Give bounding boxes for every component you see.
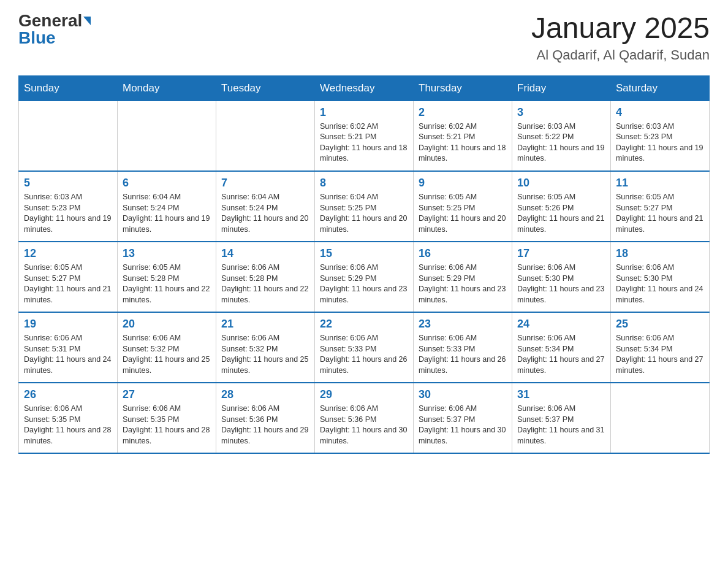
day-info: Sunrise: 6:05 AMSunset: 5:27 PMDaylight:… — [616, 192, 704, 235]
day-cell: 7Sunrise: 6:04 AMSunset: 5:24 PMDaylight… — [216, 171, 315, 242]
day-info: Sunrise: 6:04 AMSunset: 5:25 PMDaylight:… — [320, 192, 408, 235]
day-number: 25 — [616, 318, 704, 331]
day-cell: 2Sunrise: 6:02 AMSunset: 5:21 PMDaylight… — [414, 101, 512, 171]
day-cell: 26Sunrise: 6:06 AMSunset: 5:35 PMDayligh… — [19, 383, 118, 453]
calendar-table: SundayMondayTuesdayWednesdayThursdayFrid… — [18, 75, 710, 454]
day-info: Sunrise: 6:06 AMSunset: 5:36 PMDaylight:… — [320, 404, 408, 446]
day-info: Sunrise: 6:06 AMSunset: 5:36 PMDaylight:… — [221, 404, 309, 446]
day-number: 19 — [24, 318, 112, 331]
day-info: Sunrise: 6:06 AMSunset: 5:34 PMDaylight:… — [616, 333, 704, 376]
logo-arrow-icon — [83, 17, 91, 25]
header-cell-thursday: Thursday — [414, 75, 512, 101]
day-cell: 8Sunrise: 6:04 AMSunset: 5:25 PMDaylight… — [315, 171, 414, 242]
day-cell: 5Sunrise: 6:03 AMSunset: 5:23 PMDaylight… — [19, 171, 118, 242]
day-number: 22 — [320, 318, 408, 331]
day-info: Sunrise: 6:04 AMSunset: 5:24 PMDaylight:… — [221, 192, 309, 235]
calendar-header: SundayMondayTuesdayWednesdayThursdayFrid… — [19, 75, 710, 101]
day-cell: 4Sunrise: 6:03 AMSunset: 5:23 PMDaylight… — [611, 101, 710, 171]
week-row-4: 19Sunrise: 6:06 AMSunset: 5:31 PMDayligh… — [19, 312, 710, 383]
logo: General Blue — [18, 12, 91, 47]
day-cell: 31Sunrise: 6:06 AMSunset: 5:37 PMDayligh… — [512, 383, 611, 453]
day-number: 18 — [616, 247, 704, 260]
day-info: Sunrise: 6:06 AMSunset: 5:29 PMDaylight:… — [320, 262, 408, 305]
day-info: Sunrise: 6:06 AMSunset: 5:28 PMDaylight:… — [221, 262, 309, 305]
page-header: General Blue January 2025 Al Qadarif, Al… — [18, 12, 710, 63]
header-cell-sunday: Sunday — [19, 75, 118, 101]
header-cell-tuesday: Tuesday — [216, 75, 315, 101]
logo-general-text: General — [18, 12, 82, 29]
day-cell — [216, 101, 315, 171]
day-cell: 30Sunrise: 6:06 AMSunset: 5:37 PMDayligh… — [414, 383, 512, 453]
day-info: Sunrise: 6:04 AMSunset: 5:24 PMDaylight:… — [123, 192, 211, 235]
day-info: Sunrise: 6:06 AMSunset: 5:32 PMDaylight:… — [123, 333, 211, 376]
day-info: Sunrise: 6:06 AMSunset: 5:37 PMDaylight:… — [517, 404, 605, 446]
day-cell: 22Sunrise: 6:06 AMSunset: 5:33 PMDayligh… — [315, 312, 414, 383]
day-number: 29 — [320, 388, 408, 401]
day-cell: 14Sunrise: 6:06 AMSunset: 5:28 PMDayligh… — [216, 242, 315, 312]
day-cell: 21Sunrise: 6:06 AMSunset: 5:32 PMDayligh… — [216, 312, 315, 383]
day-cell — [118, 101, 216, 171]
day-number: 20 — [123, 318, 211, 331]
day-cell — [611, 383, 710, 453]
day-info: Sunrise: 6:06 AMSunset: 5:29 PMDaylight:… — [419, 262, 507, 305]
day-number: 7 — [221, 177, 309, 190]
day-cell: 27Sunrise: 6:06 AMSunset: 5:35 PMDayligh… — [118, 383, 216, 453]
day-info: Sunrise: 6:05 AMSunset: 5:27 PMDaylight:… — [24, 262, 112, 305]
day-number: 1 — [320, 106, 408, 119]
day-number: 28 — [221, 388, 309, 401]
day-cell: 20Sunrise: 6:06 AMSunset: 5:32 PMDayligh… — [118, 312, 216, 383]
calendar-body: 1Sunrise: 6:02 AMSunset: 5:21 PMDaylight… — [19, 101, 710, 453]
day-info: Sunrise: 6:06 AMSunset: 5:35 PMDaylight:… — [123, 404, 211, 446]
day-cell: 23Sunrise: 6:06 AMSunset: 5:33 PMDayligh… — [414, 312, 512, 383]
header-cell-saturday: Saturday — [611, 75, 710, 101]
week-row-3: 12Sunrise: 6:05 AMSunset: 5:27 PMDayligh… — [19, 242, 710, 312]
header-cell-wednesday: Wednesday — [315, 75, 414, 101]
day-cell: 28Sunrise: 6:06 AMSunset: 5:36 PMDayligh… — [216, 383, 315, 453]
day-number: 24 — [517, 318, 605, 331]
header-cell-monday: Monday — [118, 75, 216, 101]
header-row: SundayMondayTuesdayWednesdayThursdayFrid… — [19, 75, 710, 101]
day-info: Sunrise: 6:03 AMSunset: 5:22 PMDaylight:… — [517, 121, 605, 164]
day-cell — [19, 101, 118, 171]
day-number: 12 — [24, 247, 112, 260]
day-info: Sunrise: 6:06 AMSunset: 5:34 PMDaylight:… — [517, 333, 605, 376]
day-info: Sunrise: 6:06 AMSunset: 5:31 PMDaylight:… — [24, 333, 112, 376]
day-info: Sunrise: 6:05 AMSunset: 5:26 PMDaylight:… — [517, 192, 605, 235]
day-number: 5 — [24, 177, 112, 190]
day-cell: 18Sunrise: 6:06 AMSunset: 5:30 PMDayligh… — [611, 242, 710, 312]
day-cell: 12Sunrise: 6:05 AMSunset: 5:27 PMDayligh… — [19, 242, 118, 312]
day-info: Sunrise: 6:06 AMSunset: 5:33 PMDaylight:… — [419, 333, 507, 376]
logo-blue-text: Blue — [18, 29, 56, 47]
day-info: Sunrise: 6:05 AMSunset: 5:25 PMDaylight:… — [419, 192, 507, 235]
day-cell: 19Sunrise: 6:06 AMSunset: 5:31 PMDayligh… — [19, 312, 118, 383]
day-info: Sunrise: 6:02 AMSunset: 5:21 PMDaylight:… — [320, 121, 408, 164]
week-row-2: 5Sunrise: 6:03 AMSunset: 5:23 PMDaylight… — [19, 171, 710, 242]
day-cell: 29Sunrise: 6:06 AMSunset: 5:36 PMDayligh… — [315, 383, 414, 453]
day-number: 17 — [517, 247, 605, 260]
day-number: 16 — [419, 247, 507, 260]
day-number: 6 — [123, 177, 211, 190]
day-info: Sunrise: 6:03 AMSunset: 5:23 PMDaylight:… — [616, 121, 704, 164]
day-number: 10 — [517, 177, 605, 190]
day-info: Sunrise: 6:06 AMSunset: 5:35 PMDaylight:… — [24, 404, 112, 446]
day-cell: 13Sunrise: 6:05 AMSunset: 5:28 PMDayligh… — [118, 242, 216, 312]
day-number: 31 — [517, 388, 605, 401]
day-cell: 24Sunrise: 6:06 AMSunset: 5:34 PMDayligh… — [512, 312, 611, 383]
day-cell: 11Sunrise: 6:05 AMSunset: 5:27 PMDayligh… — [611, 171, 710, 242]
day-info: Sunrise: 6:06 AMSunset: 5:33 PMDaylight:… — [320, 333, 408, 376]
day-number: 4 — [616, 106, 704, 119]
day-cell: 15Sunrise: 6:06 AMSunset: 5:29 PMDayligh… — [315, 242, 414, 312]
day-cell: 10Sunrise: 6:05 AMSunset: 5:26 PMDayligh… — [512, 171, 611, 242]
header-cell-friday: Friday — [512, 75, 611, 101]
week-row-1: 1Sunrise: 6:02 AMSunset: 5:21 PMDaylight… — [19, 101, 710, 171]
day-cell: 1Sunrise: 6:02 AMSunset: 5:21 PMDaylight… — [315, 101, 414, 171]
day-cell: 3Sunrise: 6:03 AMSunset: 5:22 PMDaylight… — [512, 101, 611, 171]
day-number: 9 — [419, 177, 507, 190]
day-info: Sunrise: 6:06 AMSunset: 5:30 PMDaylight:… — [517, 262, 605, 305]
day-number: 23 — [419, 318, 507, 331]
day-number: 26 — [24, 388, 112, 401]
day-number: 15 — [320, 247, 408, 260]
day-number: 30 — [419, 388, 507, 401]
day-number: 21 — [221, 318, 309, 331]
calendar-title: January 2025 — [531, 12, 710, 45]
